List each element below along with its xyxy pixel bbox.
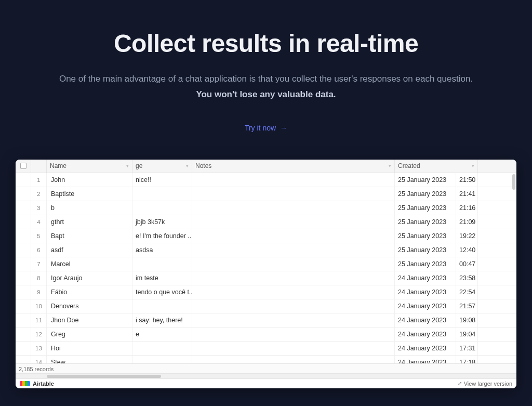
row-checkbox-cell[interactable]: [16, 215, 31, 229]
cell-notes[interactable]: [192, 285, 395, 299]
cell-notes[interactable]: [192, 201, 395, 215]
cell-created-time[interactable]: 22:54: [456, 285, 478, 299]
cell-msg[interactable]: tendo o que você t...: [132, 285, 192, 299]
cell-name[interactable]: Stew: [47, 356, 132, 363]
select-all-checkbox-cell[interactable]: [16, 160, 31, 173]
table-row[interactable]: 8Igor Araujoim teste24 January 202323:58: [16, 271, 516, 285]
cell-created-date[interactable]: 24 January 2023: [395, 271, 456, 285]
cell-name[interactable]: Marcel: [47, 257, 132, 271]
table-row[interactable]: 4gthrtjbjb 3k57k25 January 202321:09: [16, 215, 516, 229]
cell-created-date[interactable]: 24 January 2023: [395, 328, 456, 341]
cell-created-time[interactable]: 19:08: [456, 313, 478, 327]
cell-msg[interactable]: jbjb 3k57k: [132, 215, 192, 229]
cell-notes[interactable]: [192, 328, 395, 341]
cell-created-time[interactable]: 21:50: [456, 173, 478, 187]
cell-msg[interactable]: [132, 187, 192, 201]
cell-created-date[interactable]: 25 January 2023: [395, 173, 456, 187]
cell-notes[interactable]: [192, 243, 395, 257]
cell-name[interactable]: b: [47, 201, 132, 215]
table-row[interactable]: 11Jhon Doei say: hey, there!24 January 2…: [16, 313, 516, 328]
cell-msg[interactable]: [132, 201, 192, 215]
cell-notes[interactable]: [192, 299, 395, 313]
cell-name[interactable]: Greg: [47, 328, 132, 341]
cell-created-date[interactable]: 24 January 2023: [395, 342, 456, 355]
column-header-notes[interactable]: Notes ▾: [192, 160, 395, 173]
row-checkbox-cell[interactable]: [16, 173, 31, 187]
cell-msg[interactable]: [132, 257, 192, 271]
cell-msg[interactable]: [132, 356, 192, 363]
row-checkbox-cell[interactable]: [16, 229, 31, 243]
cell-name[interactable]: Baptiste: [47, 187, 132, 201]
cell-notes[interactable]: [192, 356, 395, 363]
cell-notes[interactable]: [192, 187, 395, 201]
horizontal-scrollbar[interactable]: [16, 373, 516, 378]
cell-notes[interactable]: [192, 313, 395, 327]
cell-notes[interactable]: [192, 229, 395, 243]
cell-created-time[interactable]: 19:22: [456, 229, 478, 243]
row-checkbox-cell[interactable]: [16, 285, 31, 299]
row-checkbox-cell[interactable]: [16, 271, 31, 285]
table-row[interactable]: 10Denovers24 January 202321:57: [16, 299, 516, 313]
cell-name[interactable]: Jhon Doe: [47, 313, 132, 327]
cell-created-time[interactable]: 23:58: [456, 271, 478, 285]
row-checkbox-cell[interactable]: [16, 356, 31, 363]
row-checkbox-cell[interactable]: [16, 257, 31, 271]
column-header-name[interactable]: Name ▾: [47, 160, 132, 173]
cell-name[interactable]: Igor Araujo: [47, 271, 132, 285]
vertical-scrollbar[interactable]: [512, 174, 515, 190]
cell-notes[interactable]: [192, 215, 395, 229]
cell-name[interactable]: gthrt: [47, 215, 132, 229]
cell-name[interactable]: asdf: [47, 243, 132, 257]
view-larger-button[interactable]: ⤢ View larger version: [458, 381, 512, 387]
cell-msg[interactable]: i say: hey, there!: [132, 313, 192, 327]
cell-created-time[interactable]: 21:16: [456, 201, 478, 215]
table-row[interactable]: 5Bapte! I'm the founder ...25 January 20…: [16, 229, 516, 243]
cell-created-time[interactable]: 00:47: [456, 257, 478, 271]
cell-created-date[interactable]: 25 January 2023: [395, 257, 456, 271]
row-checkbox-cell[interactable]: [16, 243, 31, 257]
cell-msg[interactable]: [132, 342, 192, 355]
cell-name[interactable]: John: [47, 173, 132, 187]
cell-created-time[interactable]: 12:40: [456, 243, 478, 257]
cell-msg[interactable]: [132, 299, 192, 313]
cell-name[interactable]: Fábio: [47, 285, 132, 299]
cell-msg[interactable]: e! I'm the founder ...: [132, 229, 192, 243]
cell-created-time[interactable]: 17:18: [456, 356, 478, 363]
row-checkbox-cell[interactable]: [16, 328, 31, 341]
row-checkbox-cell[interactable]: [16, 299, 31, 313]
cell-created-date[interactable]: 25 January 2023: [395, 243, 456, 257]
row-checkbox-cell[interactable]: [16, 201, 31, 215]
cell-name[interactable]: Bapt: [47, 229, 132, 243]
cell-created-date[interactable]: 24 January 2023: [395, 313, 456, 327]
try-it-now-button[interactable]: Try it now →: [245, 124, 287, 132]
table-row[interactable]: 7Marcel25 January 202300:47: [16, 257, 516, 271]
table-row[interactable]: 1Johnnice!!25 January 202321:50: [16, 173, 516, 187]
cell-msg[interactable]: im teste: [132, 271, 192, 285]
cell-created-time[interactable]: 21:41: [456, 187, 478, 201]
table-row[interactable]: 14Stew24 January 202317:18: [16, 356, 516, 363]
table-row[interactable]: 13Hoi24 January 202317:31: [16, 342, 516, 356]
cell-created-date[interactable]: 25 January 2023: [395, 201, 456, 215]
scrollbar-thumb[interactable]: [47, 375, 161, 378]
cell-msg[interactable]: e: [132, 328, 192, 341]
airtable-brand[interactable]: Airtable: [20, 381, 54, 387]
cell-created-date[interactable]: 24 January 2023: [395, 299, 456, 313]
row-checkbox-cell[interactable]: [16, 187, 31, 201]
table-row[interactable]: 3b25 January 202321:16: [16, 201, 516, 215]
cell-created-date[interactable]: 24 January 2023: [395, 356, 456, 363]
table-row[interactable]: 6asdfasdsa25 January 202312:40: [16, 243, 516, 257]
row-checkbox-cell[interactable]: [16, 342, 31, 355]
row-checkbox-cell[interactable]: [16, 313, 31, 327]
cell-msg[interactable]: nice!!: [132, 173, 192, 187]
cell-created-date[interactable]: 25 January 2023: [395, 215, 456, 229]
cell-msg[interactable]: asdsa: [132, 243, 192, 257]
cell-created-time[interactable]: 21:09: [456, 215, 478, 229]
cell-notes[interactable]: [192, 271, 395, 285]
cell-created-date[interactable]: 25 January 2023: [395, 229, 456, 243]
cell-created-date[interactable]: 25 January 2023: [395, 187, 456, 201]
table-row[interactable]: 12Grege24 January 202319:04: [16, 328, 516, 342]
cell-name[interactable]: Hoi: [47, 342, 132, 355]
cell-notes[interactable]: [192, 342, 395, 355]
table-row[interactable]: 9Fábiotendo o que você t...24 January 20…: [16, 285, 516, 299]
cell-notes[interactable]: [192, 257, 395, 271]
